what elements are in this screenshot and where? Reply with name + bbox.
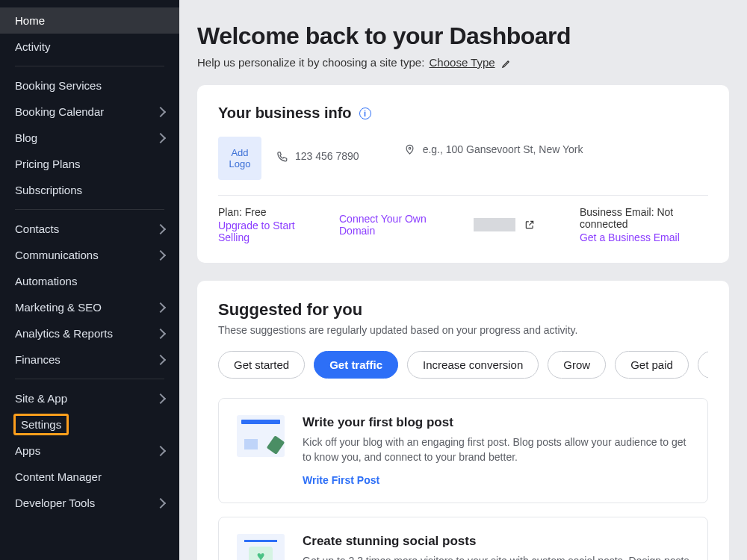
suggestion-desc: Get up to 2.3 times more visitors to you… xyxy=(303,553,689,560)
filter-pill-get-started[interactable]: Get started xyxy=(218,351,305,379)
sidebar-item-booking-services[interactable]: Booking Services xyxy=(0,72,179,99)
edit-icon[interactable] xyxy=(501,58,512,69)
sidebar-item-label: Communications xyxy=(15,249,99,261)
plan-label: Plan: Free xyxy=(218,206,317,218)
page-subtitle: Help us personalize it by choosing a sit… xyxy=(197,56,729,69)
sidebar-item-marketing-seo[interactable]: Marketing & SEO xyxy=(0,294,179,320)
phone-field[interactable]: 123 456 7890 xyxy=(276,150,359,162)
suggestion-card: Write your first blog postKick off your … xyxy=(218,398,708,503)
sidebar-item-label: Contacts xyxy=(15,223,59,235)
sidebar-item-developer-tools[interactable]: Developer Tools xyxy=(0,490,179,516)
sidebar-item-label: Pricing Plans xyxy=(15,158,81,170)
chevron-right-icon xyxy=(155,249,166,260)
get-business-email-link[interactable]: Get a Business Email xyxy=(580,231,708,243)
sidebar-item-label: Activity xyxy=(15,40,51,53)
sidebar-item-pricing-plans[interactable]: Pricing Plans xyxy=(0,151,179,177)
suggestion-desc: Kick off your blog with an engaging firs… xyxy=(303,435,689,465)
svg-point-0 xyxy=(409,147,411,149)
sidebar-item-label: Analytics & Reports xyxy=(15,327,113,340)
filter-pill-increase-conversion[interactable]: Increase conversion xyxy=(407,351,539,379)
sidebar-item-label: Finances xyxy=(15,353,61,366)
filter-pills: Get startedGet trafficIncrease conversio… xyxy=(218,351,708,379)
suggestion-title: Create stunning social posts xyxy=(303,534,689,549)
sidebar-item-blog[interactable]: Blog xyxy=(0,125,179,151)
page-title: Welcome back to your Dashboard xyxy=(197,22,729,50)
suggestion-card: ♥Create stunning social postsGet up to 2… xyxy=(218,517,708,560)
sidebar-item-contacts[interactable]: Contacts xyxy=(0,216,179,242)
sidebar-item-label: Apps xyxy=(15,444,40,457)
business-info-card: Your business info i Add Logo 123 456 78… xyxy=(197,85,729,263)
filter-pill-get-traffic[interactable]: Get traffic xyxy=(314,351,398,379)
upgrade-link[interactable]: Upgrade to Start Selling xyxy=(218,220,317,243)
address-field[interactable]: e.g., 100 Gansevoort St, New York xyxy=(404,137,583,162)
suggestion-title: Write your first blog post xyxy=(303,415,689,430)
sidebar-item-label: Automations xyxy=(15,275,77,287)
suggestion-cta[interactable]: Write First Post xyxy=(303,474,689,486)
location-icon xyxy=(404,144,415,155)
blog-illustration xyxy=(237,415,285,457)
sidebar-item-finances[interactable]: Finances xyxy=(0,346,179,373)
sidebar-item-label: Subscriptions xyxy=(15,184,82,196)
sidebar-item-analytics-reports[interactable]: Analytics & Reports xyxy=(0,320,179,346)
filter-pill-get-paid[interactable]: Get paid xyxy=(615,351,689,379)
connect-domain-link[interactable]: Connect Your Own Domain xyxy=(339,213,451,237)
chevron-right-icon xyxy=(155,132,166,143)
business-info-heading: Your business info xyxy=(218,105,352,122)
sidebar-separator xyxy=(15,379,164,379)
add-logo-button[interactable]: Add Logo xyxy=(218,137,261,180)
business-email-label: Business Email: Not connected xyxy=(580,206,708,230)
sidebar-item-label: Booking Calendar xyxy=(15,105,104,118)
suggested-card: Suggested for you These suggestions are … xyxy=(197,281,729,560)
chevron-right-icon xyxy=(155,497,166,508)
sidebar-item-label: Home xyxy=(15,14,45,27)
sidebar-item-label: Content Manager xyxy=(15,470,102,483)
filter-pill-community[interactable]: Community xyxy=(698,351,708,379)
chevron-right-icon xyxy=(155,106,166,116)
suggested-heading: Suggested for you xyxy=(218,300,708,320)
suggested-subtitle: These suggestions are regularly updated … xyxy=(218,324,708,336)
sidebar-item-settings[interactable]: Settings xyxy=(13,414,69,435)
filter-pill-grow[interactable]: Grow xyxy=(548,351,606,379)
chevron-right-icon xyxy=(155,445,166,455)
sidebar-separator xyxy=(15,66,164,66)
chevron-right-icon xyxy=(155,223,166,234)
chevron-right-icon xyxy=(155,354,166,364)
sidebar-item-label: Site & App xyxy=(15,392,67,405)
sidebar-item-activity[interactable]: Activity xyxy=(0,34,179,60)
sidebar-item-site-app[interactable]: Site & App xyxy=(0,385,179,411)
domain-placeholder xyxy=(474,218,515,231)
sidebar-item-label: Developer Tools xyxy=(15,497,95,509)
sidebar-item-label: Blog xyxy=(15,131,37,144)
sidebar-item-subscriptions[interactable]: Subscriptions xyxy=(0,177,179,203)
choose-type-link[interactable]: Choose Type xyxy=(430,56,495,69)
info-icon[interactable]: i xyxy=(359,108,371,119)
sidebar-separator xyxy=(15,209,164,210)
external-link-icon[interactable] xyxy=(524,220,535,230)
chevron-right-icon xyxy=(155,328,166,338)
sidebar-item-apps[interactable]: Apps xyxy=(0,438,179,464)
sidebar-item-home[interactable]: Home xyxy=(0,7,179,34)
sidebar-item-booking-calendar[interactable]: Booking Calendar xyxy=(0,99,179,125)
sidebar-item-label: Marketing & SEO xyxy=(15,301,102,314)
main-content: Welcome back to your Dashboard Help us p… xyxy=(179,0,747,560)
sidebar: HomeActivityBooking ServicesBooking Cale… xyxy=(0,0,179,560)
phone-icon xyxy=(276,151,288,162)
social-illustration: ♥ xyxy=(237,534,285,560)
sidebar-item-content-manager[interactable]: Content Manager xyxy=(0,464,179,490)
chevron-right-icon xyxy=(155,393,166,403)
sidebar-item-label: Booking Services xyxy=(15,79,102,92)
sidebar-item-automations[interactable]: Automations xyxy=(0,268,179,294)
chevron-right-icon xyxy=(155,302,166,312)
sidebar-item-communications[interactable]: Communications xyxy=(0,242,179,268)
